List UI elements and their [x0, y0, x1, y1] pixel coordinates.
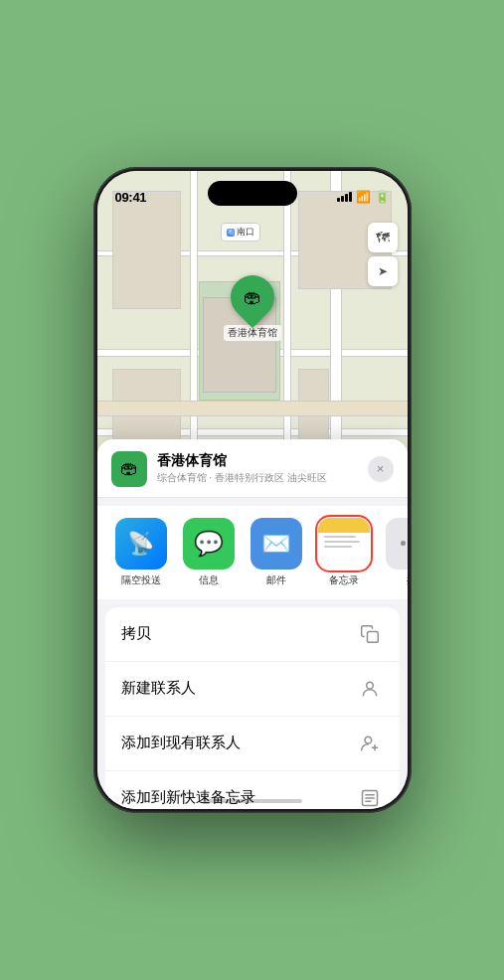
- notes-icon: [318, 518, 370, 570]
- share-item-airdrop[interactable]: 📡 隔空投送: [111, 518, 171, 587]
- add-contact-icon: [356, 730, 384, 757]
- action-add-contact[interactable]: 添加到现有联系人: [105, 717, 400, 771]
- map-type-button[interactable]: 🗺: [368, 223, 398, 252]
- map-label-text: 南口: [237, 226, 254, 239]
- location-description: 综合体育馆 · 香港特别行政区 油尖旺区: [157, 471, 358, 485]
- action-copy[interactable]: 拷贝: [105, 607, 400, 662]
- signal-bar-1: [337, 198, 340, 202]
- signal-bars: [337, 192, 352, 202]
- more-label: 推: [407, 573, 408, 587]
- share-item-notes[interactable]: 备忘录: [314, 518, 374, 587]
- map-main-road: [97, 401, 408, 416]
- notes-label: 备忘录: [329, 573, 359, 587]
- message-bubble-icon: 💬: [194, 530, 224, 558]
- mail-label: 邮件: [266, 573, 286, 587]
- more-icon: [386, 518, 408, 570]
- action-list: 拷贝 新建联系人: [105, 607, 400, 809]
- dynamic-island: [208, 181, 297, 206]
- phone-frame: 09:41 ▶ 📶 🔋: [93, 167, 412, 813]
- notes-lines: [318, 532, 370, 552]
- share-item-message[interactable]: 💬 信息: [179, 518, 239, 587]
- home-indicator: [203, 799, 302, 803]
- add-contact-label: 添加到现有联系人: [121, 734, 241, 752]
- signal-bar-4: [349, 192, 352, 202]
- copy-icon: [356, 620, 384, 648]
- mail-icon: ✉️: [251, 518, 302, 570]
- close-button[interactable]: ×: [368, 456, 394, 482]
- action-new-contact[interactable]: 新建联系人: [105, 662, 400, 717]
- location-button[interactable]: ➤: [368, 256, 398, 286]
- location-icon: ➤: [378, 264, 388, 278]
- bottom-sheet: 🏟 香港体育馆 综合体育馆 · 香港特别行政区 油尖旺区 × 📡 隔空投送: [97, 439, 408, 809]
- share-row: 📡 隔空投送 💬 信息 ✉️ 邮件: [97, 506, 408, 599]
- status-time: 09:41: [115, 190, 147, 205]
- location-info: 香港体育馆 综合体育馆 · 香港特别行政区 油尖旺区: [157, 452, 358, 485]
- notes-icon-inner: [318, 518, 370, 570]
- location-name: 香港体育馆: [157, 452, 358, 470]
- status-icons: 📶 🔋: [337, 190, 390, 204]
- notes-line-3: [324, 546, 352, 548]
- quick-note-icon: [356, 784, 384, 809]
- phone-screen: 09:41 ▶ 📶 🔋: [97, 171, 408, 809]
- new-contact-label: 新建联系人: [121, 679, 196, 698]
- pin-stadium-icon: 🏟: [244, 287, 261, 308]
- map-label-tag: 地 南口: [221, 223, 260, 242]
- message-icon: 💬: [183, 518, 235, 570]
- airdrop-label: 隔空投送: [121, 573, 161, 587]
- quick-note-label: 添加到新快速备忘录: [121, 788, 255, 807]
- map-pin: 🏟 香港体育馆: [224, 275, 281, 341]
- more-dots: [401, 541, 408, 546]
- notes-line-2: [324, 541, 360, 543]
- notes-top-stripe: [318, 518, 370, 533]
- battery-icon: 🔋: [375, 190, 390, 204]
- map-label-dot: 地: [227, 229, 235, 237]
- location-card: 🏟 香港体育馆 综合体育馆 · 香港特别行政区 油尖旺区 ×: [97, 439, 408, 498]
- map-controls: 🗺 ➤: [368, 223, 398, 290]
- airdrop-wave-icon: 📡: [127, 531, 154, 557]
- pin-circle: 🏟: [221, 266, 282, 328]
- signal-bar-3: [345, 194, 348, 202]
- share-item-more[interactable]: 推: [382, 518, 408, 587]
- notes-line-1: [324, 536, 356, 538]
- stadium-icon: 🏟: [120, 458, 138, 479]
- message-label: 信息: [199, 573, 219, 587]
- mail-envelope-icon: ✉️: [261, 530, 291, 558]
- location-card-icon: 🏟: [111, 451, 147, 487]
- more-dot-1: [401, 541, 406, 546]
- svg-rect-0: [367, 631, 378, 642]
- copy-label: 拷贝: [121, 624, 151, 643]
- svg-point-2: [365, 736, 372, 743]
- airdrop-icon: 📡: [115, 518, 167, 570]
- wifi-icon: 📶: [356, 190, 371, 204]
- share-item-mail[interactable]: ✉️ 邮件: [247, 518, 306, 587]
- new-contact-icon: [356, 675, 384, 703]
- svg-point-1: [366, 682, 373, 689]
- signal-bar-2: [341, 196, 344, 202]
- map-icon: 🗺: [376, 230, 390, 245]
- action-quick-note[interactable]: 添加到新快速备忘录: [105, 771, 400, 809]
